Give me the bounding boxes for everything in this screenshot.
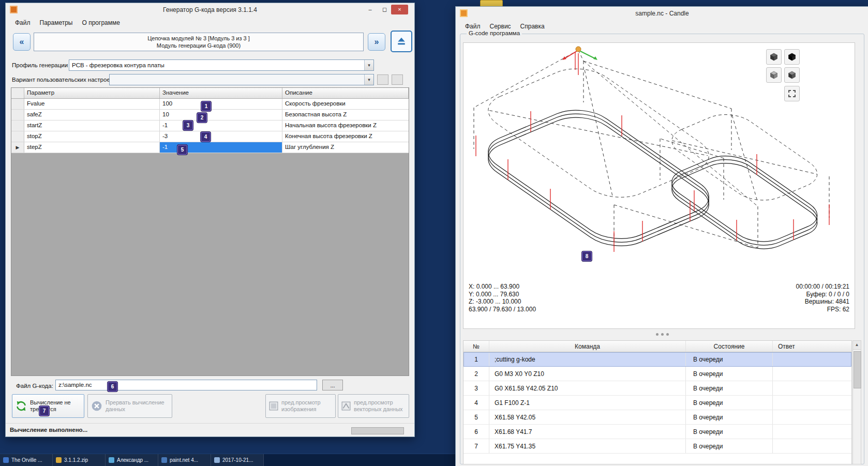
splitter-handle[interactable] <box>460 333 864 336</box>
row-selector[interactable] <box>11 131 24 142</box>
menu-file[interactable]: Файл <box>11 18 35 27</box>
profile-combobox[interactable]: PCB - фрезеровка контура платы ▾ <box>69 59 374 71</box>
generator-titlebar[interactable]: Генератор G-кода версия 3.1.1.4 – ◻ × <box>6 3 414 17</box>
column-header-response[interactable]: Ответ <box>773 343 851 350</box>
preview-vector-button[interactable]: пред.просмотр векторных данных <box>338 394 409 418</box>
toolpath-3d-viewport[interactable]: X: 0.000 ... 63.900 Y: 0.000 ... 79.630 … <box>463 42 855 329</box>
view-top-button[interactable] <box>784 49 800 65</box>
candle-window: sample.nc - Candle Файл Сервис Справка G… <box>455 6 868 466</box>
run-module-button[interactable] <box>391 31 412 52</box>
command-row[interactable]: 5 X61.58 Y42.05 В очереди <box>463 410 851 425</box>
table-row[interactable]: safeZ 10 Безопастная высота Z <box>11 110 409 121</box>
command-row[interactable]: 2 G0 M3 X0 Y0 Z10 В очереди <box>463 367 851 381</box>
fit-view-button[interactable] <box>784 86 800 101</box>
annotation-badge-3: 3 <box>183 121 193 130</box>
table-row-selected[interactable]: ▶ stepZ -1 Шаг углубления Z <box>11 142 409 153</box>
preview-vector-label: пред.просмотр векторных данных <box>354 399 406 413</box>
desc-cell: Начальная высота фрезеровки Z <box>282 121 409 131</box>
value-cell[interactable]: -3 <box>160 131 282 142</box>
annotation-badge-8: 8 <box>582 251 592 261</box>
command-row[interactable]: 4 G1 F100 Z-1 В очереди <box>463 396 851 410</box>
row-selector[interactable] <box>11 110 24 120</box>
value-cell[interactable]: 100 <box>160 99 282 109</box>
row-selector[interactable] <box>11 121 24 131</box>
table-row[interactable]: startZ -1 Начальная высота фрезеровки Z <box>11 121 409 131</box>
row-selector[interactable] <box>11 99 24 109</box>
command-number: 5 <box>463 410 489 424</box>
desc-cell: Шаг углубления Z <box>282 142 409 153</box>
column-header-number[interactable]: № <box>463 341 489 352</box>
cube-top-icon <box>787 52 797 62</box>
command-state: В очереди <box>686 352 773 366</box>
candle-titlebar[interactable]: sample.nc - Candle <box>456 7 868 20</box>
command-table-header: № Команда Состояние Ответ <box>463 341 851 352</box>
scroll-up-icon[interactable]: ▲ <box>853 341 861 350</box>
parameters-table: Параметр Значение Описание Fvalue 100 Ск… <box>11 87 409 376</box>
command-state: В очереди <box>686 396 773 410</box>
taskbar-item[interactable]: paint.net 4... <box>158 454 211 466</box>
param-cell: stepZ <box>24 142 160 153</box>
command-number: 2 <box>463 367 489 381</box>
desc-cell: Безопастная высота Z <box>282 110 409 120</box>
close-button[interactable]: × <box>391 5 408 14</box>
column-header-param[interactable]: Параметр <box>24 88 160 98</box>
combo-arrow-icon: ▾ <box>364 74 373 85</box>
settings-save-button[interactable] <box>377 74 388 85</box>
preview-image-button[interactable]: пред.просмотр изображения <box>265 394 336 418</box>
prev-module-button[interactable]: « <box>13 33 31 51</box>
parameters-table-header: Параметр Значение Описание <box>11 88 409 99</box>
value-cell[interactable]: 10 <box>160 110 282 120</box>
taskbar-item[interactable]: Александр ... <box>106 454 158 466</box>
command-text: G0 X61.58 Y42.05 Z10 <box>489 381 686 395</box>
command-row[interactable]: 6 X61.68 Y41.7 В очереди <box>463 425 851 439</box>
minimize-button[interactable]: – <box>363 5 377 14</box>
menu-about[interactable]: О программе <box>78 18 124 27</box>
taskbar-item[interactable]: 3.1.1.2.zip <box>53 454 106 466</box>
refresh-icon <box>16 400 27 412</box>
menu-parameters[interactable]: Параметры <box>36 18 77 27</box>
command-row[interactable]: 3 G0 X61.58 Y42.05 Z10 В очереди <box>463 381 851 396</box>
command-number: 1 <box>463 352 489 366</box>
command-text: ;cutting g-kode <box>489 352 686 366</box>
column-header-state[interactable]: Состояние <box>686 341 773 352</box>
value-cell[interactable]: -1 <box>160 121 282 131</box>
browse-button[interactable]: ... <box>322 380 343 390</box>
taskbar-app-icon <box>56 457 62 463</box>
command-state: В очереди <box>686 410 773 424</box>
stat-x-range: X: 0.000 ... 63.900 <box>469 283 536 291</box>
command-row-selected[interactable]: 1 ;cutting g-kode В очереди <box>463 352 851 367</box>
taskbar-item[interactable]: 2017-10-21... <box>211 454 264 466</box>
column-header-desc[interactable]: Описание <box>282 88 409 98</box>
scrollbar-thumb[interactable] <box>854 351 861 388</box>
view-front-button[interactable] <box>766 67 782 83</box>
taskbar-app-icon <box>109 457 114 463</box>
column-header-command[interactable]: Команда <box>489 341 686 352</box>
command-text: X61.68 Y41.7 <box>489 425 686 439</box>
command-row[interactable]: 7 X61.75 Y41.35 В очереди <box>463 439 851 454</box>
gcode-file-input[interactable]: z:\sample.nc <box>55 380 317 390</box>
taskbar-app-icon <box>3 457 9 463</box>
module-chain-info: Цепочка модулей № 3 [Модуль 3 из 3 ] Мод… <box>34 33 364 51</box>
viewport-bounds-stats: X: 0.000 ... 63.900 Y: 0.000 ... 79.630 … <box>469 283 536 313</box>
stat-vertices: Вершины: 4841 <box>796 298 849 306</box>
user-settings-combobox[interactable]: ▾ <box>109 74 374 85</box>
command-table-scrollbar[interactable]: ▲ <box>852 340 861 464</box>
view-side-button[interactable] <box>784 67 800 83</box>
taskbar-item[interactable]: The Orville ... <box>0 454 53 466</box>
next-module-button[interactable]: » <box>368 33 385 51</box>
annotation-badge-6: 6 <box>108 382 117 392</box>
view-isometric-button[interactable] <box>766 49 782 65</box>
column-header-value[interactable]: Значение <box>160 88 282 98</box>
gcode-command-table: № Команда Состояние Ответ 1 ;cutting g-k… <box>463 340 852 464</box>
menubar: Файл Параметры О программе <box>6 17 414 29</box>
stat-fps: FPS: 62 <box>796 306 849 313</box>
command-number: 3 <box>463 381 489 395</box>
double-next-icon: » <box>375 37 379 47</box>
settings-delete-button[interactable] <box>392 74 403 85</box>
command-text: X61.58 Y42.05 <box>489 410 686 424</box>
image-preview-icon <box>269 401 278 411</box>
command-number: 6 <box>463 425 489 439</box>
statusbar: Вычисление выполнено... <box>6 423 414 437</box>
maximize-button[interactable]: ◻ <box>378 5 392 14</box>
abort-compute-button[interactable]: Прервать вычисление данных <box>87 394 172 418</box>
